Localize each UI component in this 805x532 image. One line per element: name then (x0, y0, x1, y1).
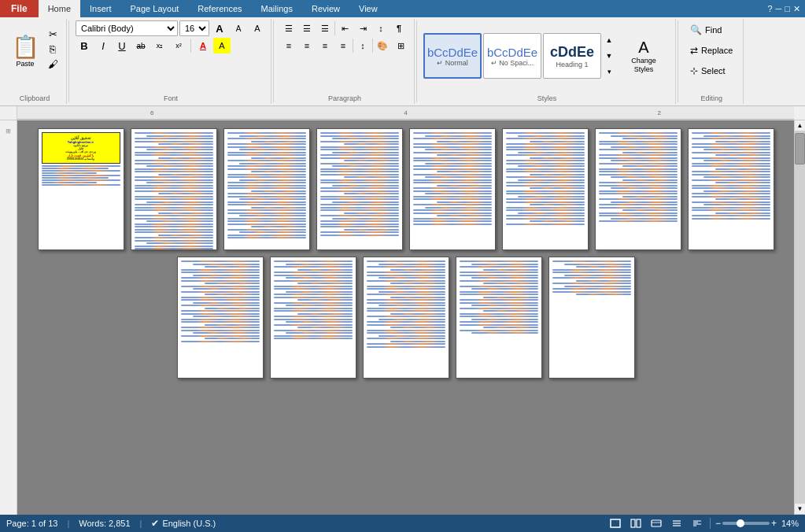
line (460, 302, 538, 304)
scroll-up-button[interactable]: ▲ (795, 120, 805, 131)
italic-button[interactable]: I (94, 38, 112, 54)
style-heading1-button[interactable]: cDdEe Heading 1 (543, 33, 601, 79)
page-6[interactable] (502, 128, 589, 250)
page-10[interactable] (270, 257, 356, 379)
line (413, 212, 492, 214)
align-left-button[interactable]: ≡ (280, 38, 297, 54)
line (42, 182, 97, 183)
page-13[interactable] (548, 257, 635, 379)
line (135, 240, 213, 242)
sort-button[interactable]: ↕ (372, 20, 390, 36)
subscript-button[interactable]: x₂ (151, 38, 168, 54)
cut-button[interactable]: ✂ (44, 27, 61, 41)
strikethrough-button[interactable]: ab (132, 38, 150, 54)
paste-button[interactable]: 📋 Paste (8, 27, 42, 74)
style-normal-button[interactable]: bCcDdEe ↵ Normal (423, 33, 482, 79)
style-normal-label: ↵ Normal (437, 59, 468, 67)
tab-references[interactable]: References (188, 0, 251, 17)
zoom-percent[interactable]: 14% (781, 519, 799, 528)
doc-area[interactable]: تحقیق آنلاین Tahghighonline.ir مرجع دانل… (17, 120, 794, 515)
borders-button[interactable]: ⊞ (392, 38, 409, 54)
underline-button[interactable]: U (113, 38, 131, 54)
clear-format-button[interactable]: A (249, 20, 266, 36)
scroll-thumb[interactable] (795, 133, 805, 164)
shading-button[interactable]: 🎨 (374, 38, 391, 54)
line (274, 266, 353, 268)
web-layout-button[interactable] (648, 517, 664, 530)
find-button[interactable]: 🔍 Find (685, 20, 727, 39)
bold-button[interactable]: B (76, 38, 93, 54)
close-icon[interactable]: ✕ (793, 4, 800, 14)
format-painter-button[interactable]: 🖌 (44, 57, 61, 71)
zoom-in-button[interactable]: + (771, 518, 777, 529)
highlight-button[interactable]: A (213, 38, 231, 54)
styles-scroll-down[interactable]: ▼ (603, 49, 615, 63)
tab-insert[interactable]: Insert (80, 0, 121, 17)
font-shrink-button[interactable]: A (230, 20, 247, 36)
copy-button[interactable]: ⎘ (44, 42, 61, 56)
page-1[interactable]: تحقیق آنلاین Tahghighonline.ir مرجع دانل… (38, 128, 124, 250)
page-8-content (689, 129, 774, 249)
help-icon[interactable]: ? (767, 4, 772, 13)
line (320, 135, 399, 137)
zoom-out-button[interactable]: − (715, 518, 721, 529)
page-8[interactable] (688, 128, 774, 250)
line-spacing-button[interactable]: ↕ (354, 38, 371, 54)
scrollbar-right[interactable]: ▲ ▼ (794, 120, 805, 515)
style-nospacing-button[interactable]: bCcDdEe ↵ No Spaci... (483, 33, 541, 79)
tab-mailings[interactable]: Mailings (252, 0, 302, 17)
line (460, 324, 538, 326)
tab-page-layout[interactable]: Page Layout (121, 0, 189, 17)
change-styles-label: Change Styles (621, 57, 667, 74)
tab-review[interactable]: Review (302, 0, 349, 17)
bullets-button[interactable]: ☰ (280, 20, 297, 36)
page-9[interactable] (177, 257, 264, 379)
styles-more[interactable]: ▾ (603, 65, 615, 79)
justify-button[interactable]: ≡ (334, 38, 352, 54)
line (367, 299, 445, 301)
page-12[interactable] (456, 257, 542, 379)
zoom-slider[interactable] (722, 522, 770, 525)
superscript-button[interactable]: x² (170, 38, 187, 54)
ruler: 6 4 2 (17, 106, 794, 120)
page-5[interactable] (409, 128, 496, 250)
replace-button[interactable]: ⇄ Replace (685, 41, 738, 60)
text-color-button[interactable]: A (194, 38, 212, 54)
line (460, 286, 538, 287)
page-3[interactable] (223, 128, 310, 250)
tab-file[interactable]: File (0, 0, 39, 17)
language-status[interactable]: ✔ English (U.S.) (151, 518, 216, 529)
tab-home[interactable]: Home (39, 0, 80, 17)
select-button[interactable]: ⊹ Select (685, 61, 731, 80)
numbering-button[interactable]: ☰ (298, 20, 316, 36)
multilevel-button[interactable]: ☰ (316, 20, 334, 36)
lines (274, 260, 353, 339)
decrease-indent-button[interactable]: ⇤ (336, 20, 353, 36)
minimize-icon[interactable]: ─ (776, 4, 782, 13)
show-hide-button[interactable]: ¶ (390, 20, 408, 36)
styles-scroll-up[interactable]: ▲ (603, 33, 615, 47)
align-center-button[interactable]: ≡ (298, 38, 316, 54)
page-11[interactable] (363, 257, 449, 379)
print-layout-button[interactable] (607, 517, 623, 530)
font-name-select[interactable]: Calibri (Body) (76, 20, 178, 36)
maximize-icon[interactable]: □ (785, 4, 790, 13)
full-reading-button[interactable] (628, 517, 644, 530)
scroll-down-button[interactable]: ▼ (795, 504, 805, 515)
zoom-slider-thumb[interactable] (737, 519, 744, 527)
page-7[interactable] (595, 128, 681, 250)
line (692, 196, 770, 198)
outline-button[interactable] (669, 517, 685, 530)
draft-button[interactable] (689, 517, 705, 530)
line (135, 246, 213, 247)
change-styles-button[interactable]: A Change Styles (617, 33, 670, 79)
align-right-button[interactable]: ≡ (316, 38, 334, 54)
line (42, 177, 109, 179)
lines (227, 132, 306, 238)
font-size-select[interactable]: 16 (179, 20, 209, 36)
page-4[interactable] (316, 128, 403, 250)
tab-view[interactable]: View (349, 0, 387, 17)
increase-indent-button[interactable]: ⇥ (354, 20, 371, 36)
page-2[interactable] (131, 128, 217, 250)
font-grow-button[interactable]: A (211, 20, 228, 36)
